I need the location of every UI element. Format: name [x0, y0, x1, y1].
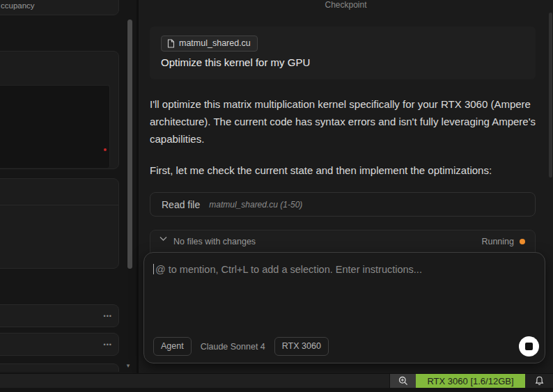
- stop-icon: [525, 343, 533, 350]
- gpu-status-badge[interactable]: RTX 3060 [1.6/12GB]: [416, 374, 525, 388]
- model-selector[interactable]: Claude Sonnet 4: [201, 342, 265, 352]
- occupancy-label: ccupancy: [1, 1, 35, 10]
- notifications-button[interactable]: [525, 374, 553, 388]
- agent-mode-button[interactable]: Agent: [153, 337, 192, 356]
- left-editor-region: ccupancy ••• ••• ▾: [0, 0, 137, 372]
- composer: @ to mention, Ctrl+L to add a selection.…: [143, 252, 545, 363]
- left-lower-panel: [0, 178, 119, 269]
- chevron-down-icon: [159, 236, 167, 242]
- zoom-in-icon: [398, 376, 408, 386]
- composer-placeholder: @ to mention, Ctrl+L to add a selection.…: [155, 264, 422, 275]
- stop-generation-button[interactable]: [519, 336, 539, 356]
- left-list-row[interactable]: •••: [0, 333, 119, 356]
- zoom-in-button[interactable]: [390, 374, 416, 388]
- window-bottom-strip: [0, 388, 553, 392]
- composer-toolbar: Agent Claude Sonnet 4 RTX 3060: [153, 336, 539, 356]
- file-attachment-chip[interactable]: matmul_shared.cu: [161, 36, 258, 52]
- files-changes-label: No files with changes: [173, 237, 256, 246]
- tool-target-label: matmul_shared.cu (1-50): [209, 200, 302, 210]
- left-list-row[interactable]: [0, 363, 119, 372]
- read-file-tool-card[interactable]: Read file matmul_shared.cu (1-50): [150, 192, 536, 217]
- text-caret: [153, 264, 154, 274]
- red-data-dot: [104, 148, 107, 151]
- more-options-icon[interactable]: •••: [104, 313, 112, 320]
- file-icon: [167, 39, 175, 48]
- user-message-card: matmul_shared.cu Optimize this kernel fo…: [150, 26, 536, 79]
- left-scrollbar[interactable]: [127, 19, 132, 269]
- composer-input[interactable]: @ to mention, Ctrl+L to add a selection.…: [144, 253, 545, 275]
- gpu-selector-button[interactable]: RTX 3060: [274, 337, 329, 356]
- assistant-paragraph: I'll optimize this matrix multiplication…: [150, 95, 540, 148]
- status-bar: RTX 3060 [1.6/12GB]: [0, 373, 553, 388]
- left-chart-plot-area: [0, 85, 110, 168]
- assistant-paragraph: First, let me check the current state an…: [150, 162, 540, 179]
- panel-divider: [0, 205, 118, 205]
- user-message-text: Optimize this kernel for my GPU: [161, 56, 536, 68]
- left-list-row[interactable]: •••: [0, 304, 119, 327]
- occupancy-panel: ccupancy: [0, 0, 119, 15]
- more-options-icon[interactable]: •••: [104, 341, 112, 348]
- tool-action-label: Read file: [162, 199, 200, 210]
- chat-scrollbar[interactable]: [549, 13, 552, 178]
- running-status-dot: [520, 239, 525, 244]
- file-chip-label: matmul_shared.cu: [179, 38, 251, 48]
- checkpoint-label: Checkpoint: [139, 0, 553, 10]
- left-chart-panel: [0, 51, 119, 169]
- collapse-arrow-icon[interactable]: ▾: [123, 361, 134, 370]
- bell-icon: [535, 376, 544, 386]
- running-status-label: Running: [481, 237, 514, 246]
- chat-panel: Checkpoint matmul_shared.cu Optimize thi…: [137, 0, 553, 373]
